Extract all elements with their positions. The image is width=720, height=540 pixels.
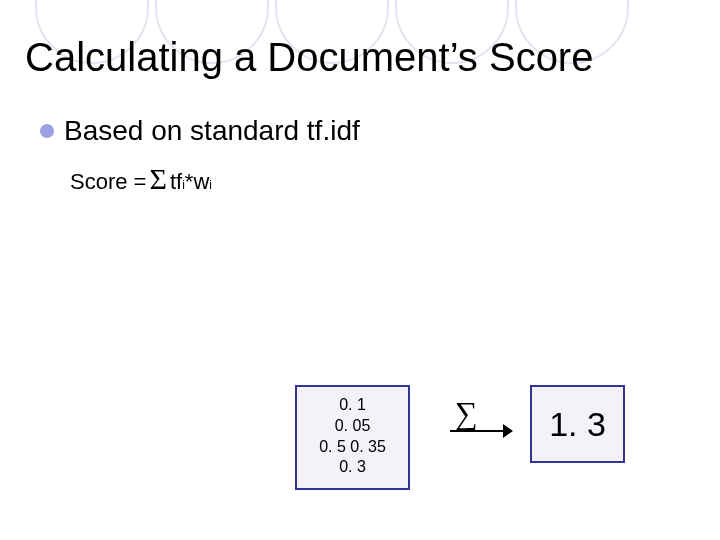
formula-w-sub: i [209,178,212,192]
formula-tf: tf [170,169,182,195]
sigma-icon: Σ [146,162,169,196]
value-row: 0. 05 [301,416,404,437]
slide-title: Calculating a Document’s Score [25,35,593,80]
arrow-line [450,430,505,432]
bullet-text: Based on standard tf.idf [64,115,360,147]
value-row: 0. 3 [301,457,404,478]
sum-sigma-icon: ∑ [455,395,478,432]
formula-w: w [193,169,209,195]
bullet-icon [40,124,54,138]
arrow-head-icon [503,424,513,438]
formula-prefix: Score = [70,169,146,195]
result-value: 1. 3 [549,405,606,444]
value-row: 0. 1 [301,395,404,416]
score-formula: Score = Σ tfi * wi [70,162,212,196]
result-box: 1. 3 [530,385,625,463]
bullet-row: Based on standard tf.idf [40,115,360,147]
value-row: 0. 5 0. 35 [301,437,404,458]
values-box: 0. 1 0. 05 0. 5 0. 35 0. 3 [295,385,410,490]
